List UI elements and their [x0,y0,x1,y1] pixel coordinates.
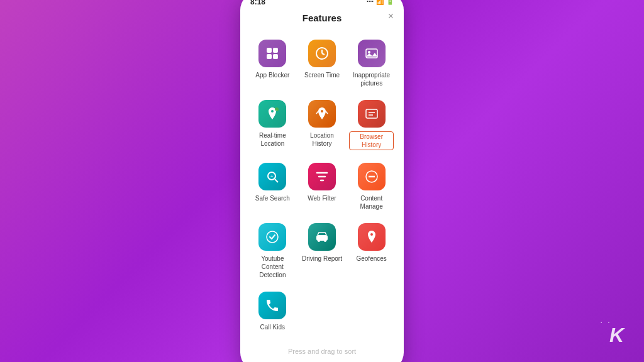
web-filter-label: Web Filter [308,194,336,202]
geofences-icon [358,223,386,251]
svg-point-19 [267,231,278,243]
feature-app-blocker[interactable]: App Blocker [248,33,297,94]
features-grid: App Blocker Screen Time Inappropriate [240,28,404,343]
call-kids-label: Call Kids [260,323,285,331]
web-filter-icon [308,163,336,190]
location-history-label: Location History [300,131,345,148]
svg-point-21 [318,239,320,242]
modal-header: Features × [240,9,404,28]
content-manage-icon [358,163,386,190]
svg-text:+: + [270,173,274,179]
status-icons: ···· 📶 🔋 [367,0,394,5]
feature-real-time-location[interactable]: + Real-time Location [248,94,297,156]
svg-line-15 [275,179,278,182]
location-history-icon [308,100,336,128]
feature-call-kids[interactable]: Call Kids [248,285,297,337]
screen-time-label: Screen Time [304,71,340,79]
svg-rect-11 [366,109,377,118]
feature-content-manage[interactable]: Content Manage [347,156,396,217]
svg-rect-3 [273,54,278,59]
youtube-content-detection-icon [258,223,286,251]
app-blocker-icon [258,40,286,67]
call-kids-icon [258,292,286,319]
status-time: 8:18 [250,0,265,6]
driving-report-label: Driving Report [302,255,342,263]
driving-report-icon [308,223,336,251]
geofences-label: Geofences [356,255,386,263]
modal-title: Features [303,13,342,23]
browser-history-label: Browser History [349,131,394,150]
signal-icon: ···· [367,0,374,5]
screen-time-icon [308,40,336,67]
browser-history-icon [358,100,386,128]
real-time-location-icon: + [258,100,286,128]
feature-web-filter[interactable]: Web Filter [297,156,347,217]
svg-rect-0 [267,48,272,53]
app-blocker-label: App Blocker [255,71,289,79]
feature-geofences[interactable]: Geofences [347,217,396,285]
content-manage-label: Content Manage [349,194,394,211]
footer-hint: Press and drag to sort [240,343,404,360]
wifi-icon: 📶 [376,0,384,5]
phone-modal: 8:18 ···· 📶 🔋 Features × App Blocker [240,0,404,362]
safe-search-label: Safe Search [255,194,290,202]
real-time-location-label: Real-time Location [250,131,295,148]
status-bar: 8:18 ···· 📶 🔋 [240,0,404,9]
svg-rect-1 [273,48,278,53]
safe-search-icon: + [258,163,286,190]
svg-point-8 [368,51,370,53]
svg-line-6 [322,53,325,55]
svg-point-22 [324,239,326,242]
youtube-content-detection-label: Youtube Content Detection [250,255,295,279]
feature-inappropriate-pictures[interactable]: Inappropriate pictures [347,33,396,94]
inappropriate-pictures-icon [358,40,386,67]
svg-rect-2 [267,54,272,59]
feature-screen-time[interactable]: Screen Time [297,33,347,94]
feature-browser-history[interactable]: Browser History [347,94,396,156]
feature-youtube-content-detection[interactable]: Youtube Content Detection [248,217,297,285]
battery-icon: 🔋 [386,0,394,5]
inappropriate-pictures-label: Inappropriate pictures [349,71,394,87]
watermark-k: K [609,324,624,347]
feature-safe-search[interactable]: + Safe Search [248,156,297,217]
feature-driving-report[interactable]: Driving Report [297,217,347,285]
close-button[interactable]: × [388,11,394,21]
feature-location-history[interactable]: Location History [297,94,347,156]
